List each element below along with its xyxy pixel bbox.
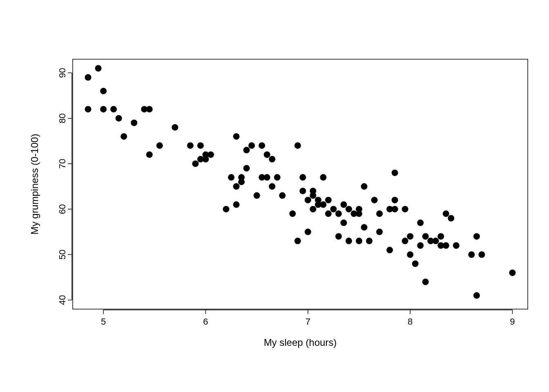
x-tick-label: 8 bbox=[408, 316, 413, 327]
data-point bbox=[156, 142, 163, 149]
x-tick-label: 7 bbox=[306, 316, 310, 327]
data-point bbox=[233, 183, 240, 190]
data-point bbox=[412, 261, 419, 267]
y-tick-label: 50 bbox=[57, 249, 67, 259]
data-point bbox=[376, 210, 383, 217]
y-tick-label: 40 bbox=[57, 295, 67, 305]
data-point bbox=[392, 169, 398, 176]
x-ticks-group: 56789 bbox=[101, 310, 515, 327]
data-point bbox=[187, 142, 194, 149]
data-point bbox=[468, 251, 475, 258]
y-tick-label: 80 bbox=[57, 113, 67, 123]
data-point bbox=[305, 197, 311, 203]
data-point bbox=[243, 165, 250, 172]
data-point bbox=[443, 242, 449, 249]
scatter-chart: 56789 405060708090 My sleep (hours) My g… bbox=[0, 0, 549, 392]
data-point bbox=[116, 115, 122, 122]
data-point bbox=[417, 242, 424, 249]
data-point bbox=[509, 270, 516, 276]
data-point bbox=[146, 106, 153, 112]
data-point bbox=[340, 201, 347, 208]
data-point bbox=[315, 197, 321, 203]
y-axis-label: My grumpiness (0-100) bbox=[29, 134, 40, 235]
data-point bbox=[335, 210, 342, 217]
data-point bbox=[289, 210, 296, 217]
data-point bbox=[402, 206, 408, 212]
data-point bbox=[325, 197, 332, 203]
data-point bbox=[295, 238, 301, 244]
data-point bbox=[386, 247, 393, 253]
data-point bbox=[228, 174, 234, 180]
data-point bbox=[131, 120, 137, 126]
data-point bbox=[192, 160, 199, 167]
x-axis-label: My sleep (hours) bbox=[264, 337, 337, 348]
data-point bbox=[100, 88, 107, 94]
data-point bbox=[172, 124, 178, 131]
data-point bbox=[366, 238, 373, 244]
data-point bbox=[310, 206, 316, 212]
data-point bbox=[356, 238, 362, 244]
x-tick-label: 9 bbox=[510, 316, 515, 327]
data-point bbox=[422, 278, 429, 285]
data-point bbox=[320, 201, 326, 208]
data-point bbox=[310, 188, 316, 194]
data-point bbox=[146, 151, 153, 158]
data-point bbox=[433, 238, 439, 244]
data-point bbox=[473, 233, 480, 240]
y-tick-label: 60 bbox=[57, 204, 67, 214]
data-point bbox=[85, 74, 92, 81]
data-point bbox=[417, 220, 424, 226]
data-point bbox=[392, 206, 398, 212]
data-point bbox=[330, 206, 337, 212]
data-point bbox=[202, 156, 209, 163]
data-point bbox=[259, 142, 265, 149]
data-point bbox=[264, 174, 270, 180]
data-point bbox=[238, 178, 245, 185]
data-point bbox=[320, 174, 326, 180]
y-tick-label: 90 bbox=[57, 68, 67, 78]
x-tick-label: 6 bbox=[203, 316, 208, 327]
data-point bbox=[361, 183, 367, 190]
data-point bbox=[269, 183, 275, 190]
data-point bbox=[371, 197, 377, 203]
data-point bbox=[264, 151, 270, 158]
data-point bbox=[243, 147, 250, 154]
data-point bbox=[407, 251, 413, 258]
data-point bbox=[407, 233, 413, 240]
data-point bbox=[248, 142, 255, 149]
data-point bbox=[361, 224, 367, 231]
data-point bbox=[422, 233, 429, 240]
data-point bbox=[85, 106, 92, 112]
data-point bbox=[233, 133, 240, 140]
data-point bbox=[335, 233, 342, 240]
data-point bbox=[208, 151, 214, 158]
data-point bbox=[269, 156, 275, 163]
data-point bbox=[100, 106, 107, 112]
data-point bbox=[299, 174, 306, 180]
data-point bbox=[437, 233, 444, 240]
data-point bbox=[392, 197, 398, 203]
data-point bbox=[121, 133, 127, 140]
y-tick-label: 70 bbox=[57, 159, 67, 169]
data-point bbox=[346, 206, 352, 212]
data-point bbox=[478, 251, 485, 258]
data-point bbox=[473, 292, 480, 299]
x-tick-label: 5 bbox=[101, 316, 106, 327]
data-point bbox=[95, 65, 102, 71]
y-ticks-group: 405060708090 bbox=[57, 68, 72, 305]
data-point bbox=[299, 188, 306, 194]
data-point bbox=[346, 238, 352, 244]
data-point bbox=[295, 142, 301, 149]
data-point bbox=[325, 210, 332, 217]
plot-frame bbox=[73, 59, 528, 309]
data-point bbox=[340, 220, 347, 226]
data-point bbox=[110, 106, 117, 112]
data-point bbox=[448, 215, 454, 221]
data-point bbox=[356, 210, 362, 217]
data-points-group bbox=[85, 65, 516, 298]
data-point bbox=[233, 201, 240, 208]
data-point bbox=[223, 206, 230, 212]
data-point bbox=[305, 229, 311, 235]
data-point bbox=[279, 192, 286, 199]
data-point bbox=[402, 238, 408, 244]
